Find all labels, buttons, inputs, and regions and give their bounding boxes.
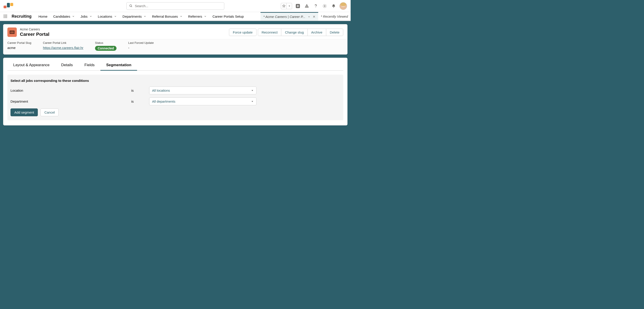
svg-rect-21	[10, 31, 14, 34]
field-label: Status	[95, 41, 116, 44]
svg-marker-2	[282, 4, 285, 7]
svg-marker-27	[252, 101, 253, 102]
select-value: All locations	[152, 88, 170, 92]
svg-point-18	[6, 17, 7, 18]
record-subtitle: Acme Careers	[20, 28, 50, 31]
workspace-tab-active[interactable]: * Acme Careers | Career P...	[260, 12, 318, 20]
add-icon[interactable]	[295, 3, 301, 9]
select-value: All departments	[152, 100, 175, 103]
segmentation-heading: Select all jobs corresponding to these c…	[10, 79, 340, 82]
svg-point-7	[316, 7, 316, 8]
svg-line-1	[131, 6, 132, 7]
svg-point-10	[4, 14, 4, 16]
settings-gear-icon[interactable]	[322, 3, 328, 9]
add-segment-button[interactable]: Add segment	[10, 108, 38, 116]
nav-departments[interactable]: Departments	[120, 12, 149, 20]
change-slug-button[interactable]: Change slug	[281, 28, 308, 36]
svg-marker-6	[306, 6, 308, 7]
condition-operator: is	[131, 88, 149, 92]
svg-point-14	[5, 16, 6, 17]
field-last-update: Last Forced Update -	[128, 41, 154, 51]
workspace-tab-label: * Acme Careers | Career P...	[263, 15, 305, 18]
department-select[interactable]: All departments	[149, 98, 256, 105]
nav-career-portals-setup[interactable]: Career Portals Setup	[210, 12, 247, 20]
svg-point-13	[4, 16, 4, 17]
tabs-card: Layout & Appearance Details Fields Segme…	[3, 58, 348, 126]
record-type-icon	[8, 28, 17, 37]
record-actions: Force update Reconnect Change slug Archi…	[229, 28, 343, 36]
caret-down-icon[interactable]	[286, 3, 292, 9]
app-launcher-icon[interactable]	[0, 12, 11, 20]
svg-point-23	[13, 32, 14, 33]
reconnect-button[interactable]: Reconnect	[258, 28, 282, 36]
field-slug: Career Portal Slug acme	[8, 41, 31, 51]
tab-layout-appearance[interactable]: Layout & Appearance	[8, 60, 56, 70]
workspace-tab-label: * Recently Viewed	[321, 14, 348, 18]
chevron-down-icon	[180, 15, 182, 18]
field-status: Status Connected	[95, 41, 116, 51]
caret-down-icon	[251, 89, 254, 92]
field-label: Career Portal Link	[43, 41, 84, 44]
salesforce-cloud-icon[interactable]	[304, 3, 310, 9]
delete-button[interactable]: Delete	[326, 28, 343, 36]
segmentation-actions: Add segment Cancel	[10, 108, 340, 116]
record-titles: Acme Careers Career Portal	[20, 28, 50, 37]
archive-button[interactable]: Archive	[308, 28, 326, 36]
field-label: Last Forced Update	[128, 41, 154, 44]
search-input[interactable]	[135, 4, 222, 8]
nav-jobs[interactable]: Jobs	[78, 12, 95, 20]
tab-fields[interactable]: Fields	[79, 60, 100, 70]
global-search	[126, 2, 224, 10]
caret-down-icon	[251, 100, 254, 103]
chevron-down-icon	[204, 15, 206, 18]
app-title: Recruiting	[11, 12, 36, 20]
star-icon[interactable]	[281, 3, 286, 9]
field-value: acme	[8, 46, 31, 50]
svg-point-17	[5, 17, 6, 18]
favorites-combo[interactable]	[281, 3, 292, 9]
nav-locations[interactable]: Locations	[95, 12, 120, 20]
workspace-tab-recently-viewed[interactable]: * Recently Viewed	[318, 12, 350, 20]
status-badge: Connected	[95, 46, 116, 51]
condition-row-department: Department is All departments	[10, 98, 340, 105]
chevron-down-icon	[72, 15, 75, 18]
close-icon[interactable]	[312, 15, 316, 18]
svg-point-11	[5, 14, 6, 16]
condition-row-location: Location is All locations	[10, 86, 340, 94]
help-icon[interactable]	[312, 3, 319, 9]
brand-logo	[4, 4, 13, 8]
search-icon	[129, 4, 132, 8]
nav-bar: Recruiting Home Candidates Jobs Location…	[0, 12, 350, 21]
condition-field-label: Department	[10, 100, 131, 103]
tabs-row: Layout & Appearance Details Fields Segme…	[8, 60, 343, 71]
force-update-button[interactable]: Force update	[229, 28, 256, 36]
svg-marker-26	[252, 90, 253, 91]
nav-referral-bonuses[interactable]: Referral Bonuses	[149, 12, 185, 20]
field-link: Career Portal Link https://acme.careers.…	[43, 41, 84, 51]
user-avatar[interactable]	[340, 2, 347, 10]
search-box[interactable]	[126, 2, 224, 10]
svg-point-0	[130, 5, 132, 7]
nav-candidates[interactable]: Candidates	[50, 12, 78, 20]
svg-point-15	[6, 16, 7, 17]
svg-point-22	[11, 32, 12, 33]
location-select[interactable]: All locations	[149, 86, 256, 94]
notifications-bell-icon[interactable]	[330, 3, 337, 9]
nav-home[interactable]: Home	[36, 12, 50, 20]
nav-referrers[interactable]: Referrers	[185, 12, 210, 20]
workspace-tabs: * Acme Careers | Career P... * Recently …	[260, 12, 350, 20]
svg-point-16	[4, 17, 4, 18]
career-portal-link[interactable]: https://acme.careers.flair.hr	[43, 46, 84, 50]
tab-details[interactable]: Details	[56, 60, 79, 70]
field-label: Career Portal Slug	[8, 41, 31, 44]
chevron-down-icon[interactable]	[308, 16, 310, 18]
svg-point-8	[324, 5, 325, 6]
condition-field-label: Location	[10, 88, 131, 92]
segmentation-panel: Select all jobs corresponding to these c…	[8, 75, 343, 120]
tab-segmentation[interactable]: Segmentation	[100, 60, 137, 71]
record-title: Career Portal	[20, 32, 50, 37]
svg-marker-3	[288, 6, 290, 6]
cancel-button[interactable]: Cancel	[40, 108, 58, 116]
page-area: Acme Careers Career Portal Force update …	[0, 21, 350, 128]
field-value: -	[128, 46, 154, 50]
